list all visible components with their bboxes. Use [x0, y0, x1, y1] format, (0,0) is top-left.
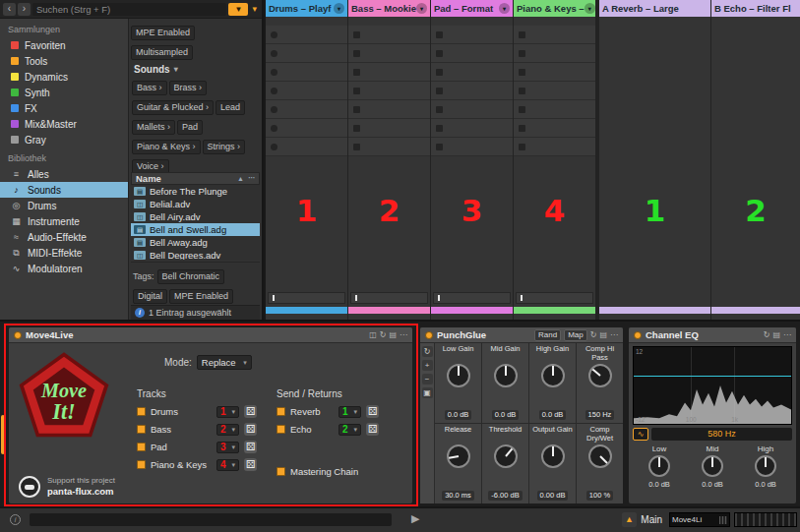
send-enable-checkbox[interactable]	[277, 425, 285, 434]
sidebar-item-mixmaster[interactable]: Mix&Master	[0, 116, 128, 132]
hotswap-icon[interactable]: ↻	[380, 330, 387, 339]
file-row-selected[interactable]: ▤Bell and Swell.adg	[131, 223, 260, 236]
track-number-select[interactable]: 3▾	[216, 442, 239, 453]
dice-icon[interactable]: ⚄	[244, 441, 257, 453]
high-gain-knob[interactable]	[541, 364, 565, 387]
file-row[interactable]: ▤Before The Plunge	[131, 185, 260, 198]
track-enable-checkbox[interactable]	[137, 460, 146, 469]
sidebar-item-dynamics[interactable]: Dynamics	[0, 69, 128, 85]
clip-slot[interactable]	[266, 119, 347, 138]
eq-spectrum-display[interactable]: 12 -12 100 1k	[633, 346, 792, 425]
clip-slot[interactable]	[514, 26, 595, 44]
track-status-display[interactable]	[516, 292, 593, 304]
sidebar-item-tools[interactable]: Tools	[0, 53, 128, 69]
fold-icon[interactable]: ◫	[369, 330, 377, 339]
file-row[interactable]: ▤Bell Away.adg	[131, 236, 260, 249]
filter-tag-bass[interactable]: Bass ›	[132, 81, 167, 95]
dice-icon[interactable]: ⚄	[244, 458, 257, 471]
filter-funnel-button[interactable]: ▼	[228, 3, 248, 16]
sidebar-item-sounds[interactable]: ♪Sounds	[0, 182, 128, 198]
output-gain-knob[interactable]	[541, 444, 565, 468]
plus-icon[interactable]: +	[422, 360, 433, 371]
sidebar-item-favoriten[interactable]: Favoriten	[0, 37, 128, 53]
clip-slot[interactable]	[348, 138, 430, 156]
file-row[interactable]: ◫Belial.adv	[131, 198, 260, 210]
return-header-reverb[interactable]: A Reverb – Large	[599, 0, 710, 17]
dice-icon[interactable]: ⚄	[366, 423, 379, 436]
dice-icon[interactable]: ⚄	[244, 423, 257, 436]
browser-forward-button[interactable]: ›	[18, 3, 31, 16]
hotswap-icon[interactable]: ↻	[764, 330, 770, 339]
controlled-device-display[interactable]: Move4Li	[669, 512, 730, 527]
filter-tag-pad[interactable]: Pad	[177, 120, 203, 135]
track-header-drums[interactable]: Drums – Playf ▾	[266, 0, 347, 17]
track-enable-checkbox[interactable]	[137, 425, 146, 434]
more-icon[interactable]: ⋯	[783, 330, 791, 339]
clip-slot[interactable]	[348, 26, 430, 44]
device-activator-toggle[interactable]	[634, 331, 642, 339]
clip-slot[interactable]	[266, 44, 347, 63]
eq-mid-knob[interactable]	[702, 455, 723, 477]
dice-icon[interactable]: ⚄	[366, 405, 379, 418]
clip-slot[interactable]	[348, 100, 430, 119]
sidebar-item-synth[interactable]: Synth	[0, 85, 128, 100]
return-header-echo[interactable]: B Echo – Filter Fl	[711, 0, 800, 17]
play-icon[interactable]: ▶	[411, 512, 419, 525]
clip-slot[interactable]	[431, 63, 513, 82]
eq-low-knob[interactable]	[648, 455, 670, 477]
threshold-knob[interactable]	[494, 444, 518, 468]
clip-slot[interactable]	[431, 44, 513, 63]
clip-slot[interactable]	[431, 82, 513, 100]
mastering-chain-checkbox[interactable]	[277, 467, 285, 476]
file-row[interactable]: ◫Bell Airy.adv	[131, 210, 260, 223]
eq-mid-freq-value[interactable]: 580 Hz	[651, 428, 792, 441]
support-section[interactable]: Support this project panta-flux.com	[19, 476, 115, 498]
dice-icon[interactable]: ⚄	[244, 405, 257, 418]
hotswap-icon[interactable]: ↻	[422, 346, 433, 357]
track-header-pad[interactable]: Pad – Format ▾	[431, 0, 513, 17]
filter-tag-lead[interactable]: Lead	[215, 100, 245, 115]
chevron-down-icon[interactable]: ▾	[416, 3, 427, 14]
mid-gain-knob[interactable]	[494, 364, 518, 387]
sidebar-item-instrumente[interactable]: ▦Instrumente	[0, 213, 128, 229]
clip-slot[interactable]	[431, 119, 513, 138]
eq-curve-icon[interactable]: ∿	[633, 428, 648, 441]
hotswap-icon[interactable]: ↻	[590, 330, 597, 339]
support-link[interactable]: panta-flux.com	[47, 486, 115, 498]
sort-asc-icon[interactable]: ▲	[237, 175, 244, 182]
track-number-select[interactable]: 2▾	[216, 424, 239, 436]
send-enable-checkbox[interactable]	[277, 407, 285, 416]
track-number-select[interactable]: 4▾	[216, 459, 239, 471]
filter-tag-piano-keys[interactable]: Piano & Keys ›	[132, 140, 201, 154]
comp-dry-wet-knob[interactable]	[588, 444, 612, 468]
clip-slot[interactable]	[514, 138, 595, 156]
filter-toggle-multisampled[interactable]: Multisampled	[131, 45, 193, 60]
mode-select[interactable]: Replace ▾	[197, 355, 252, 370]
more-icon[interactable]: ⋯	[610, 330, 618, 339]
comp-hi-pass-knob[interactable]	[588, 364, 612, 387]
grid-icon[interactable]: ▣	[422, 387, 433, 398]
device-title-bar[interactable]: Channel EQ ↻ ▤ ⋯	[629, 327, 796, 343]
file-row[interactable]: ◫Bell Degrees.adv	[131, 249, 260, 259]
track-header-bass[interactable]: Bass – Mookie ▾	[348, 0, 430, 17]
clip-slot[interactable]	[348, 63, 430, 82]
track-number-select[interactable]: 1▾	[216, 406, 239, 418]
low-gain-knob[interactable]	[447, 364, 470, 387]
chevron-down-icon[interactable]: ▾	[499, 3, 510, 14]
warning-triangle-button[interactable]: ▲	[622, 512, 637, 527]
clip-slot[interactable]	[348, 44, 430, 63]
filter-tag-guitar-plucked[interactable]: Guitar & Plucked ›	[132, 100, 214, 115]
track-status-display[interactable]	[350, 292, 428, 304]
chevron-down-icon[interactable]: ▾	[585, 3, 595, 14]
send-number-select[interactable]: 1▾	[338, 406, 361, 418]
save-icon[interactable]: ▤	[772, 330, 780, 339]
clip-slot[interactable]	[266, 138, 347, 156]
search-input[interactable]: Suchen (Strg + F)	[32, 3, 226, 16]
clip-slot[interactable]	[431, 138, 513, 156]
more-icon[interactable]: ⋯	[400, 330, 407, 339]
clip-slot[interactable]	[348, 82, 430, 100]
track-enable-checkbox[interactable]	[137, 443, 146, 451]
chevron-down-icon[interactable]: ▾	[334, 3, 344, 14]
clip-slot[interactable]	[266, 26, 347, 44]
sidebar-item-audio-effekte[interactable]: ≈Audio-Effekte	[0, 229, 128, 245]
